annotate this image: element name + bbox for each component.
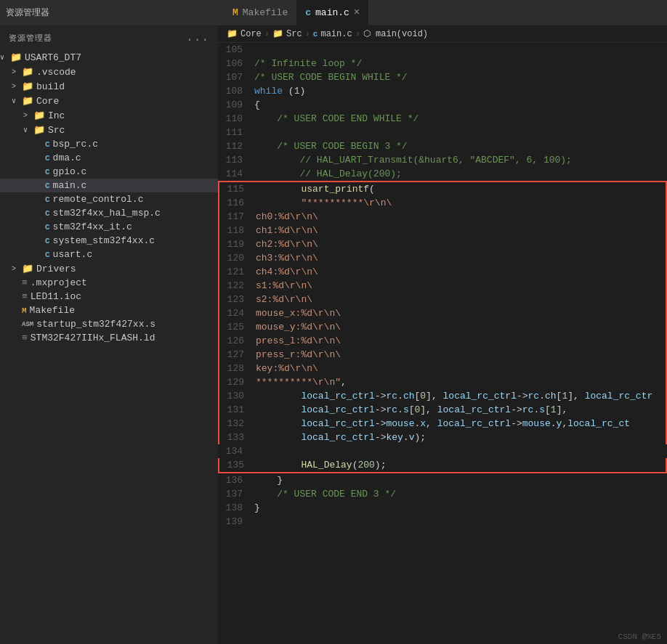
code-line: 116 "**********\r\n\ — [218, 196, 667, 210]
line-number: 109 — [218, 98, 254, 112]
tree-arrow: > — [12, 83, 22, 91]
breadcrumb: 📁 Core › 📁 Src › c main.c › ⬡ main(void) — [218, 25, 667, 43]
line-number: 132 — [219, 417, 256, 431]
breadcrumb-c-icon: c — [313, 30, 318, 38]
tree-item-Core[interactable]: ∨📁 Core — [0, 94, 218, 108]
line-number: 108 — [218, 84, 254, 98]
line-content: mouse_y:%d\r\n\ — [256, 320, 666, 334]
tab-mainc[interactable]: c main.c × — [296, 0, 368, 25]
code-editor[interactable]: 105106/* Infinite loop */107/* USER CODE… — [218, 43, 667, 644]
line-content: ch4:%d\r\n\ — [256, 265, 666, 279]
folder-icon: 📁 — [22, 95, 33, 107]
line-content: /* USER CODE END 3 */ — [254, 487, 667, 501]
tree-item-gpio-c[interactable]: C gpio.c — [0, 165, 218, 179]
line-content: "**********\r\n\ — [256, 196, 666, 210]
line-content: s2:%d\r\n\ — [256, 293, 666, 306]
tab-makefile-label: Makefile — [243, 7, 288, 18]
breadcrumb-mainc[interactable]: main.c — [320, 29, 352, 39]
line-content: key:%d\r\n\ — [256, 362, 666, 375]
tree-item-STM32F427IIHx-FLASH-ld[interactable]: ≡ STM32F427IIHx_FLASH.ld — [0, 331, 218, 345]
line-number: 133 — [219, 431, 256, 444]
tree-label: dma.c — [53, 152, 81, 163]
line-content: usart_printf( — [256, 182, 666, 196]
tree-label: Core — [36, 96, 59, 107]
file-tree: ∨📁 USART6_DT7>📁 .vscode>📁 build∨📁 Core>📁… — [0, 50, 218, 345]
breadcrumb-src-icon: 📁 — [272, 28, 283, 39]
tree-item-bsp-rc-c[interactable]: C bsp_rc.c — [0, 137, 218, 151]
code-line: 133 local_rc_ctrl->key.v); — [218, 431, 667, 444]
tree-label: bsp_rc.c — [53, 139, 98, 150]
line-number: 129 — [219, 375, 256, 389]
tree-item-main-c[interactable]: C main.c — [0, 179, 218, 192]
tree-label: usart.c — [53, 249, 93, 260]
code-line: 106/* Infinite loop */ — [218, 57, 667, 70]
breadcrumb-src[interactable]: Src — [286, 29, 302, 39]
folder-icon: 📁 — [22, 81, 33, 92]
tab-mainc-label: main.c — [315, 7, 349, 18]
tree-item--vscode[interactable]: >📁 .vscode — [0, 65, 218, 79]
line-number: 113 — [218, 153, 254, 167]
line-content: // HAL_UART_Transmit(&huart6, "ABCDEF", … — [254, 153, 667, 167]
line-number: 105 — [218, 43, 254, 57]
tree-label: .vscode — [36, 67, 76, 78]
tree-label: system_stm32f4xx.c — [53, 235, 155, 246]
line-content: local_rc_ctrl->mouse.x, local_rc_ctrl->m… — [256, 417, 666, 431]
line-number: 107 — [218, 70, 254, 84]
tree-item-usart-c[interactable]: C usart.c — [0, 248, 218, 261]
line-content: **********\r\n", — [256, 375, 666, 389]
c-file-icon: C — [45, 195, 50, 204]
tree-label: stm32f4xx_it.c — [53, 221, 132, 232]
folder-icon: 📁 — [33, 110, 45, 121]
close-icon[interactable]: × — [354, 7, 360, 18]
tree-label: USART6_DT7 — [25, 52, 81, 63]
code-line: 137 /* USER CODE END 3 */ — [218, 487, 667, 501]
line-content: // HAL_Delay(200); — [254, 167, 667, 181]
tree-arrow: > — [12, 265, 22, 273]
makefile-icon: M — [233, 7, 238, 18]
main-area: 资源管理器 ... ∨📁 USART6_DT7>📁 .vscode>📁 buil… — [0, 25, 667, 644]
tree-item-Makefile[interactable]: M Makefile — [0, 303, 218, 317]
line-number: 124 — [219, 306, 256, 320]
c-file-icon: C — [45, 250, 50, 259]
line-content: } — [254, 473, 667, 487]
line-number: 120 — [219, 251, 256, 265]
code-line: 127press_r:%d\r\n\ — [218, 348, 667, 362]
tree-label: stm32f4xx_hal_msp.c — [53, 208, 161, 219]
code-line: 132 local_rc_ctrl->mouse.x, local_rc_ctr… — [218, 417, 667, 431]
eq-file-icon: ≡ — [22, 291, 28, 302]
breadcrumb-sep1: › — [264, 29, 270, 39]
tree-item-dma-c[interactable]: C dma.c — [0, 151, 218, 165]
breadcrumb-main-func[interactable]: ⬡ main(void) — [363, 28, 428, 39]
line-content: ch2:%d\r\n\ — [256, 237, 666, 251]
code-line: 108while (1) — [218, 84, 667, 98]
tree-item-system-stm32f4xx-c[interactable]: C system_stm32f4xx.c — [0, 234, 218, 248]
tree-arrow: ∨ — [23, 126, 33, 134]
tree-item-build[interactable]: >📁 build — [0, 79, 218, 94]
tree-item-Inc[interactable]: >📁 Inc — [0, 108, 218, 123]
tree-item-Src[interactable]: ∨📁 Src — [0, 123, 218, 137]
tree-item-Drivers[interactable]: >📁 Drivers — [0, 261, 218, 276]
tree-item-stm32f4xx-it-c[interactable]: C stm32f4xx_it.c — [0, 220, 218, 234]
tree-item-USART6-DT7[interactable]: ∨📁 USART6_DT7 — [0, 50, 218, 65]
c-file-icon: C — [45, 237, 50, 245]
code-line: 134 — [218, 444, 667, 458]
tree-item-startup-stm32f427xx-s[interactable]: ASM startup_stm32f427xx.s — [0, 317, 218, 331]
mainc-icon: c — [305, 7, 311, 18]
breadcrumb-core[interactable]: Core — [240, 29, 262, 39]
code-line: 120ch3:%d\r\n\ — [218, 251, 667, 265]
code-line: 138} — [218, 501, 667, 515]
line-content: press_l:%d\r\n\ — [256, 334, 666, 348]
tab-makefile[interactable]: M Makefile — [224, 0, 296, 25]
tree-item-stm32f4xx-hal-msp-c[interactable]: C stm32f4xx_hal_msp.c — [0, 206, 218, 220]
line-number: 136 — [218, 473, 254, 487]
sidebar-more-button[interactable]: ... — [186, 31, 209, 44]
code-line: 139 — [218, 515, 667, 529]
code-line: 126press_l:%d\r\n\ — [218, 334, 667, 348]
tree-item--mxproject[interactable]: ≡ .mxproject — [0, 276, 218, 290]
tree-item-LED11-ioc[interactable]: ≡ LED11.ioc — [0, 290, 218, 303]
line-content: ch1:%d\r\n\ — [256, 224, 666, 237]
tree-item-remote-control-c[interactable]: C remote_control.c — [0, 192, 218, 206]
line-number: 134 — [218, 444, 254, 458]
line-number: 121 — [219, 265, 256, 279]
line-number: 127 — [219, 348, 256, 362]
